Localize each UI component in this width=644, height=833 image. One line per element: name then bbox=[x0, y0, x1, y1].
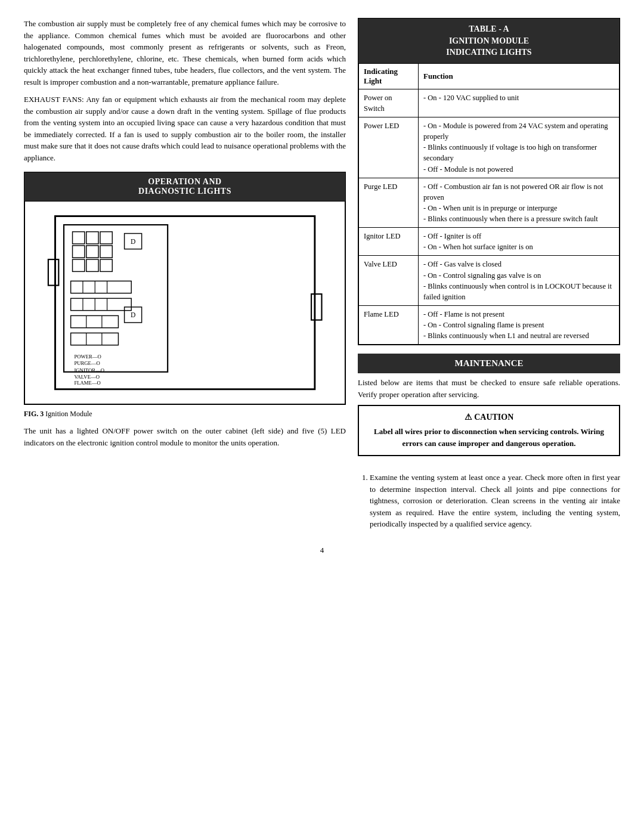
function-text: - Off - Combustion air fan is not powere… bbox=[419, 178, 620, 228]
svg-rect-8 bbox=[86, 246, 98, 258]
table-a-container: TABLE - A IGNITION MODULE INDICATING LIG… bbox=[358, 18, 620, 345]
svg-rect-6 bbox=[100, 232, 112, 244]
op-diagnostic-section: OPERATION AND DIAGNOSTIC LIGHTS bbox=[24, 172, 346, 405]
svg-rect-19 bbox=[70, 298, 131, 310]
table-row: Flame LED- Off - Flame is not present- O… bbox=[359, 305, 620, 344]
table-a: Indicating Light Function Power on Switc… bbox=[358, 63, 620, 345]
maintenance-header: MAINTENANCE bbox=[358, 354, 620, 373]
table-row: Power LED- On - Module is powered from 2… bbox=[359, 117, 620, 178]
left-column: The combustion air supply must be comple… bbox=[24, 18, 346, 463]
caution-box: ⚠ CAUTION Label all wires prior to disco… bbox=[358, 405, 620, 456]
svg-text:POWER—O: POWER—O bbox=[74, 354, 101, 360]
maintenance-text: Listed below are items that must be chec… bbox=[358, 377, 620, 400]
table-row: Power on Switch- On - 120 VAC supplied t… bbox=[359, 89, 620, 117]
table-row: Purge LED- Off - Combustion air fan is n… bbox=[359, 178, 620, 228]
function-text: - Off - Flame is not present- On - Contr… bbox=[419, 305, 620, 344]
light-label: Ignitor LED bbox=[359, 228, 419, 256]
module-diagram-container: D D bbox=[24, 201, 345, 404]
caution-header: ⚠ CAUTION bbox=[367, 412, 611, 422]
light-label: Flame LED bbox=[359, 305, 419, 344]
svg-text:FLAME—O: FLAME—O bbox=[74, 380, 100, 386]
bottom-right: Examine the venting system at least once… bbox=[358, 472, 620, 534]
bottom-section: Examine the venting system at least once… bbox=[24, 472, 620, 534]
op-header: OPERATION AND DIAGNOSTIC LIGHTS bbox=[24, 172, 345, 201]
caution-body: Label all wires prior to disconnection w… bbox=[367, 426, 611, 449]
svg-rect-4 bbox=[72, 232, 84, 244]
module-diagram-svg: D D bbox=[47, 208, 323, 398]
svg-text:D: D bbox=[131, 238, 135, 246]
svg-rect-5 bbox=[86, 232, 98, 244]
para2: EXHAUST FANS: Any fan or equipment which… bbox=[24, 94, 346, 163]
fig-caption: FIG. 3 Ignition Module bbox=[24, 408, 346, 419]
table-a-header: TABLE - A IGNITION MODULE INDICATING LIG… bbox=[358, 18, 620, 63]
function-text: - On - 120 VAC supplied to unit bbox=[419, 89, 620, 117]
light-label: Purge LED bbox=[359, 178, 419, 228]
para1: The combustion air supply must be comple… bbox=[24, 18, 346, 88]
bottom-left bbox=[24, 472, 346, 534]
svg-text:IGNITOR—O: IGNITOR—O bbox=[74, 367, 104, 373]
function-text: - Off - Igniter is off- On - When hot su… bbox=[419, 228, 620, 256]
svg-rect-7 bbox=[72, 246, 84, 258]
light-label: Power LED bbox=[359, 117, 419, 178]
para3: The unit has a lighted ON/OFF power swit… bbox=[24, 425, 346, 448]
function-text: - Off - Gas valve is closed- On - Contro… bbox=[419, 256, 620, 306]
right-column: TABLE - A IGNITION MODULE INDICATING LIG… bbox=[358, 18, 620, 463]
svg-rect-2 bbox=[311, 294, 321, 320]
svg-rect-11 bbox=[86, 259, 98, 271]
table-row: Ignitor LED- Off - Igniter is off- On - … bbox=[359, 228, 620, 256]
table-row: Valve LED- Off - Gas valve is closed- On… bbox=[359, 256, 620, 306]
svg-rect-12 bbox=[100, 259, 112, 271]
svg-rect-28 bbox=[70, 333, 118, 345]
svg-rect-9 bbox=[100, 246, 112, 258]
col1-header: Indicating Light bbox=[359, 63, 419, 89]
function-text: - On - Module is powered from 24 VAC sys… bbox=[419, 117, 620, 178]
light-label: Power on Switch bbox=[359, 89, 419, 117]
svg-rect-15 bbox=[70, 281, 131, 293]
svg-text:D: D bbox=[131, 311, 135, 319]
svg-rect-10 bbox=[72, 259, 84, 271]
svg-text:VALVE—O: VALVE—O bbox=[74, 374, 99, 380]
svg-text:PURGE—O: PURGE—O bbox=[74, 360, 100, 366]
col2-header: Function bbox=[419, 63, 620, 89]
light-label: Valve LED bbox=[359, 256, 419, 306]
numbered-list: Examine the venting system at least once… bbox=[358, 472, 620, 530]
page-layout: The combustion air supply must be comple… bbox=[24, 18, 620, 463]
svg-rect-1 bbox=[48, 259, 58, 286]
svg-rect-23 bbox=[70, 315, 118, 327]
page-number: 4 bbox=[24, 546, 620, 555]
list-item: Examine the venting system at least once… bbox=[370, 472, 620, 530]
